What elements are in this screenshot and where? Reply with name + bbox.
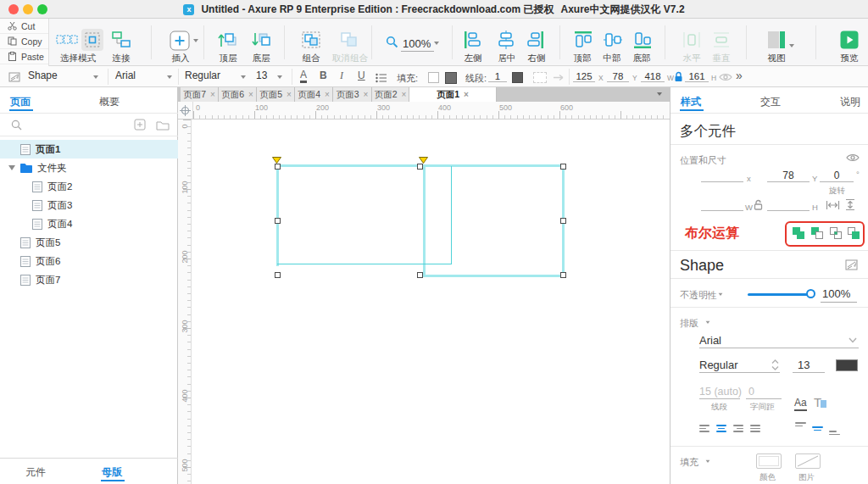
tab-page1[interactable]: 页面1× — [409, 87, 497, 102]
connect-button[interactable] — [111, 31, 131, 52]
sidebar-item-page5[interactable]: 页面5 — [0, 233, 178, 252]
resize-handle-ne[interactable] — [560, 164, 566, 170]
inspector-h-field[interactable] — [767, 198, 810, 211]
size-dropdown-caret[interactable] — [277, 75, 282, 81]
boolean-intersect-button[interactable] — [829, 226, 843, 242]
inspector-x-field[interactable] — [701, 170, 743, 182]
tab-widgets[interactable]: 元件 — [25, 465, 46, 480]
bold-button[interactable]: B — [320, 70, 327, 81]
distribute-horizontal-button[interactable] — [682, 30, 702, 53]
line-height-field[interactable]: 15 (auto) — [699, 386, 742, 398]
close-tab-icon[interactable]: × — [210, 90, 215, 99]
view-button[interactable] — [767, 31, 786, 52]
weight-dropdown-caret[interactable] — [241, 75, 246, 81]
line-style-button[interactable] — [533, 72, 547, 83]
fill-color-swatch[interactable] — [445, 72, 457, 84]
widget-note-marker[interactable] — [419, 157, 428, 164]
tab-style[interactable]: 样式 — [681, 95, 701, 109]
resize-handle-s[interactable] — [417, 272, 423, 278]
sidebar-item-page4[interactable]: 页面4 — [0, 214, 178, 233]
search-input[interactable] — [22, 116, 128, 133]
align-text-top-button[interactable] — [795, 422, 806, 426]
line-color-swatch[interactable] — [512, 72, 523, 83]
line-weight-field[interactable]: 1 — [488, 71, 507, 82]
view-dropdown-caret[interactable] — [789, 44, 794, 50]
font-family-select[interactable]: Arial — [115, 70, 136, 81]
shape-selection-edge[interactable] — [423, 275, 565, 277]
cut-button[interactable]: Cut — [0, 19, 48, 34]
close-tab-icon[interactable]: × — [464, 90, 469, 99]
sidebar-item-page1[interactable]: 页面1 — [0, 140, 178, 159]
zoom-value[interactable]: 100% — [401, 37, 434, 52]
italic-button[interactable]: I — [340, 70, 343, 82]
char-spacing-field[interactable]: 0 — [748, 386, 754, 398]
fill-none-swatch[interactable] — [428, 72, 439, 83]
tab-overflow-caret[interactable] — [657, 92, 662, 98]
inspector-font-select[interactable]: Arial — [699, 334, 721, 347]
sidebar-item-page2[interactable]: 页面2 — [0, 177, 178, 196]
shape-selection-edge[interactable] — [423, 164, 426, 277]
sidebar-item-page3[interactable]: 页面3 — [0, 196, 178, 214]
insert-button[interactable] — [170, 31, 190, 53]
rectangle1-border[interactable] — [277, 264, 452, 264]
bring-to-front-button[interactable] — [217, 30, 237, 53]
visibility-toggle[interactable] — [719, 72, 732, 85]
sidebar-item-page7[interactable]: 页面7 — [0, 270, 178, 289]
rectangle1-border[interactable] — [451, 166, 452, 264]
tab-interaction[interactable]: 交互 — [760, 95, 781, 109]
align-text-center-button[interactable] — [716, 425, 726, 432]
match-height-button[interactable] — [845, 198, 855, 214]
preview-button[interactable] — [840, 31, 859, 52]
font-color-button[interactable]: A — [300, 70, 307, 83]
underline-button[interactable]: U — [358, 70, 365, 81]
align-text-justify-button[interactable] — [750, 425, 760, 432]
resize-handle-e[interactable] — [560, 218, 566, 224]
tab-page5[interactable]: 页面5× — [257, 87, 295, 102]
aspect-lock-toggle[interactable] — [754, 199, 763, 213]
ungroup-button[interactable] — [339, 31, 359, 52]
tab-outline[interactable]: 概要 — [99, 95, 120, 109]
tab-page3[interactable]: 页面3× — [333, 87, 372, 102]
align-left-button[interactable] — [463, 30, 481, 53]
visibility-toggle[interactable] — [846, 153, 860, 165]
font-size-select[interactable]: 13 — [256, 70, 267, 81]
resize-handle-n[interactable] — [417, 164, 423, 170]
shape-selection-edge[interactable] — [276, 164, 279, 266]
add-folder-button[interactable] — [156, 120, 170, 133]
fill-collapse-caret[interactable] — [706, 460, 710, 465]
inspector-weight-select[interactable]: Regular — [699, 359, 738, 371]
fill-image-button[interactable] — [795, 453, 821, 469]
match-width-button[interactable] — [826, 200, 840, 213]
close-tab-icon[interactable]: × — [364, 90, 369, 99]
distribute-vertical-button[interactable] — [711, 30, 732, 53]
text-color-swatch[interactable] — [836, 359, 858, 371]
single-select-button[interactable] — [81, 29, 103, 51]
align-text-right-button[interactable] — [733, 425, 743, 432]
close-tab-icon[interactable]: × — [402, 90, 407, 99]
sidebar-item-page6[interactable]: 页面6 — [0, 252, 178, 270]
resize-handle-sw[interactable] — [275, 272, 281, 278]
tab-page6[interactable]: 页面6× — [219, 87, 257, 102]
opacity-slider-knob[interactable] — [806, 289, 815, 298]
tab-pages[interactable]: 页面 — [10, 95, 31, 109]
inspector-w-field[interactable] — [701, 198, 743, 211]
style-dropdown-caret[interactable] — [93, 75, 98, 81]
align-center-button[interactable] — [497, 30, 515, 53]
opacity-value-field[interactable]: 100% — [821, 287, 857, 303]
opacity-collapse-caret[interactable] — [719, 293, 723, 298]
font-dropdown-caret[interactable] — [167, 75, 172, 81]
paste-button[interactable]: Paste — [0, 49, 48, 64]
align-middle-button[interactable] — [603, 30, 623, 53]
send-to-back-button[interactable] — [251, 30, 271, 53]
inspector-y-field[interactable]: 78 — [767, 170, 810, 182]
text-case-button[interactable]: Aa — [794, 397, 807, 411]
style-edit-icon[interactable] — [8, 71, 21, 86]
tab-masters[interactable]: 母版 — [102, 465, 122, 480]
h-field[interactable]: 161 — [685, 71, 709, 82]
spinner-icon[interactable] — [771, 359, 779, 370]
zoom-dropdown-caret[interactable] — [434, 42, 439, 47]
boolean-union-button[interactable] — [792, 226, 805, 242]
widget-style-select[interactable]: Shape — [28, 70, 58, 81]
edit-style-icon[interactable] — [845, 259, 859, 273]
tab-page2[interactable]: 页面2× — [372, 87, 409, 102]
